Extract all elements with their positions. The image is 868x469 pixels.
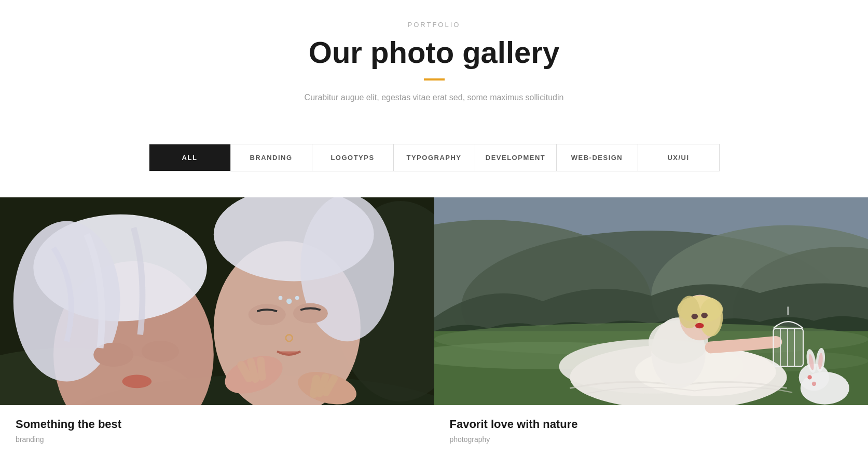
gallery-item-category-1: branding xyxy=(16,435,419,444)
svg-point-9 xyxy=(122,374,152,388)
gallery-image-left xyxy=(0,197,434,405)
svg-point-45 xyxy=(691,314,698,319)
gallery-item-category-2: photography xyxy=(450,435,853,444)
svg-point-13 xyxy=(249,304,286,325)
gallery-image-container-2 xyxy=(434,197,869,405)
svg-point-24 xyxy=(286,299,292,304)
gallery-item-title-2: Favorit love with nature xyxy=(450,418,853,431)
svg-point-58 xyxy=(807,375,811,379)
tab-all[interactable]: ALL xyxy=(149,144,231,171)
gallery-item-1[interactable]: Something the best branding xyxy=(0,197,434,454)
svg-point-26 xyxy=(295,296,299,300)
tab-branding[interactable]: BRANDING xyxy=(231,144,312,171)
gallery-subtitle: Curabitur augue elit, egestas vitae erat… xyxy=(10,93,858,102)
portfolio-label: PORTFOLIO xyxy=(10,21,858,29)
tab-development[interactable]: DEVELOPMENT xyxy=(475,144,557,171)
gallery-caption-2: Favorit love with nature photography xyxy=(434,405,869,454)
tab-web-design[interactable]: WEB-DESIGN xyxy=(557,144,638,171)
svg-point-25 xyxy=(279,296,283,300)
tab-ux-ui[interactable]: UX/UI xyxy=(638,144,719,171)
gallery-item-title-1: Something the best xyxy=(16,418,419,431)
title-underline xyxy=(424,78,445,81)
gallery-grid: Something the best branding xyxy=(0,197,868,454)
gallery-image-container-1 xyxy=(0,197,434,405)
svg-point-47 xyxy=(695,323,704,328)
gallery-caption-1: Something the best branding xyxy=(0,405,434,454)
svg-point-46 xyxy=(701,313,708,318)
svg-point-59 xyxy=(811,382,816,386)
svg-point-8 xyxy=(142,341,179,362)
tab-typography[interactable]: TYPOGRAPHY xyxy=(394,144,475,171)
gallery-image-right xyxy=(434,197,869,405)
tab-logotyps[interactable]: LOGOTYPS xyxy=(312,144,394,171)
header-section: PORTFOLIO Our photo gallery Curabitur au… xyxy=(0,0,868,123)
svg-point-14 xyxy=(293,303,328,324)
filter-tabs: ALL BRANDING LOGOTYPS TYPOGRAPHY DEVELOP… xyxy=(149,144,720,171)
gallery-item-2[interactable]: Favorit love with nature photography xyxy=(434,197,869,454)
svg-point-44 xyxy=(678,296,700,328)
svg-rect-48 xyxy=(773,328,803,366)
page-wrapper: PORTFOLIO Our photo gallery Curabitur au… xyxy=(0,0,868,454)
gallery-title: Our photo gallery xyxy=(10,36,858,69)
